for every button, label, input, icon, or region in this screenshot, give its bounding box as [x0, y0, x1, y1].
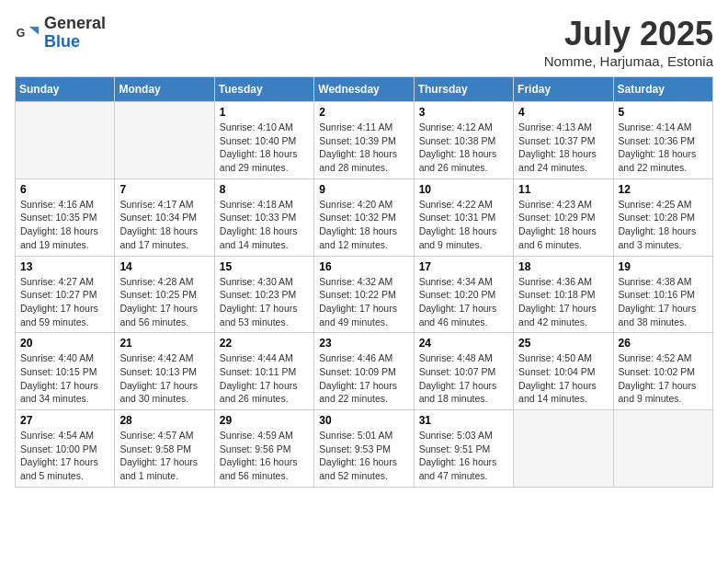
calendar-cell: 12Sunrise: 4:25 AM Sunset: 10:28 PM Dayl… [613, 178, 712, 256]
calendar-cell: 27Sunrise: 4:54 AM Sunset: 10:00 PM Dayl… [16, 410, 115, 488]
calendar-cell: 16Sunrise: 4:32 AM Sunset: 10:22 PM Dayl… [314, 256, 414, 333]
calendar-cell: 22Sunrise: 4:44 AM Sunset: 10:11 PM Dayl… [214, 333, 313, 410]
day-info: Sunrise: 4:16 AM Sunset: 10:35 PM Daylig… [20, 198, 109, 252]
calendar-cell: 15Sunrise: 4:30 AM Sunset: 10:23 PM Dayl… [214, 256, 313, 333]
calendar-cell: 8Sunrise: 4:18 AM Sunset: 10:33 PM Dayli… [214, 178, 313, 256]
day-info: Sunrise: 4:48 AM Sunset: 10:07 PM Daylig… [419, 351, 508, 406]
calendar-cell: 28Sunrise: 4:57 AM Sunset: 9:58 PM Dayli… [115, 410, 214, 488]
day-number: 16 [319, 260, 408, 273]
day-info: Sunrise: 4:42 AM Sunset: 10:13 PM Daylig… [119, 351, 209, 406]
day-info: Sunrise: 4:22 AM Sunset: 10:31 PM Daylig… [419, 198, 508, 252]
day-number: 4 [518, 106, 608, 119]
day-info: Sunrise: 4:28 AM Sunset: 10:25 PM Daylig… [119, 275, 209, 329]
day-number: 11 [518, 183, 608, 196]
day-info: Sunrise: 4:59 AM Sunset: 9:56 PM Dayligh… [220, 429, 309, 483]
day-info: Sunrise: 4:36 AM Sunset: 10:18 PM Daylig… [518, 275, 608, 329]
day-number: 6 [20, 183, 109, 196]
day-number: 27 [20, 414, 109, 427]
day-info: Sunrise: 4:14 AM Sunset: 10:36 PM Daylig… [619, 121, 708, 175]
calendar-cell: 7Sunrise: 4:17 AM Sunset: 10:34 PM Dayli… [115, 178, 214, 256]
header-day-wednesday: Wednesday [314, 77, 414, 102]
day-number: 23 [319, 337, 408, 350]
day-info: Sunrise: 4:40 AM Sunset: 10:15 PM Daylig… [20, 351, 109, 406]
calendar-cell: 14Sunrise: 4:28 AM Sunset: 10:25 PM Dayl… [115, 256, 214, 333]
day-number: 5 [619, 106, 708, 119]
calendar-cell: 5Sunrise: 4:14 AM Sunset: 10:36 PM Dayli… [613, 102, 712, 179]
calendar-cell: 20Sunrise: 4:40 AM Sunset: 10:15 PM Dayl… [16, 333, 115, 410]
day-info: Sunrise: 4:13 AM Sunset: 10:37 PM Daylig… [518, 121, 608, 175]
day-info: Sunrise: 4:17 AM Sunset: 10:34 PM Daylig… [119, 198, 209, 252]
page-header: G General Blue July 2025 Nomme, Harjumaa… [15, 15, 713, 69]
header-day-tuesday: Tuesday [214, 77, 313, 102]
header-day-saturday: Saturday [613, 77, 712, 102]
day-info: Sunrise: 4:12 AM Sunset: 10:38 PM Daylig… [419, 121, 508, 175]
day-number: 28 [119, 414, 209, 427]
day-number: 31 [419, 414, 508, 427]
logo-general-text: General [44, 15, 106, 33]
calendar-table: SundayMondayTuesdayWednesdayThursdayFrid… [15, 76, 713, 488]
day-number: 22 [220, 337, 309, 350]
day-info: Sunrise: 5:03 AM Sunset: 9:51 PM Dayligh… [419, 429, 508, 483]
day-number: 15 [220, 260, 309, 273]
logo: G General Blue [15, 15, 106, 52]
calendar-cell: 31Sunrise: 5:03 AM Sunset: 9:51 PM Dayli… [414, 410, 513, 488]
day-number: 9 [319, 183, 408, 196]
header-day-thursday: Thursday [414, 77, 513, 102]
day-number: 8 [220, 183, 309, 196]
day-info: Sunrise: 4:25 AM Sunset: 10:28 PM Daylig… [619, 198, 708, 252]
svg-marker-2 [29, 27, 40, 35]
day-info: Sunrise: 4:54 AM Sunset: 10:00 PM Daylig… [20, 429, 109, 483]
calendar-cell [115, 102, 214, 179]
logo-blue-text: Blue [44, 33, 106, 52]
day-number: 7 [119, 183, 209, 196]
day-number: 18 [518, 260, 608, 273]
calendar-cell: 2Sunrise: 4:11 AM Sunset: 10:39 PM Dayli… [314, 102, 414, 179]
day-info: Sunrise: 4:32 AM Sunset: 10:22 PM Daylig… [319, 275, 408, 329]
calendar-cell: 9Sunrise: 4:20 AM Sunset: 10:32 PM Dayli… [314, 178, 414, 256]
calendar-cell: 18Sunrise: 4:36 AM Sunset: 10:18 PM Dayl… [514, 256, 613, 333]
svg-text:G: G [17, 26, 26, 39]
day-number: 26 [619, 337, 708, 350]
day-number: 14 [119, 260, 209, 273]
calendar-cell: 3Sunrise: 4:12 AM Sunset: 10:38 PM Dayli… [414, 102, 513, 179]
day-number: 13 [20, 260, 109, 273]
day-number: 3 [419, 106, 508, 119]
calendar-cell: 26Sunrise: 4:52 AM Sunset: 10:02 PM Dayl… [613, 333, 712, 410]
day-info: Sunrise: 5:01 AM Sunset: 9:53 PM Dayligh… [319, 429, 408, 483]
calendar-cell: 10Sunrise: 4:22 AM Sunset: 10:31 PM Dayl… [414, 178, 513, 256]
location-subtitle: Nomme, Harjumaa, Estonia [544, 53, 713, 69]
day-info: Sunrise: 4:52 AM Sunset: 10:02 PM Daylig… [619, 351, 708, 406]
calendar-cell: 13Sunrise: 4:27 AM Sunset: 10:27 PM Dayl… [16, 256, 115, 333]
calendar-cell: 6Sunrise: 4:16 AM Sunset: 10:35 PM Dayli… [16, 178, 115, 256]
calendar-cell: 11Sunrise: 4:23 AM Sunset: 10:29 PM Dayl… [514, 178, 613, 256]
day-number: 21 [119, 337, 209, 350]
day-info: Sunrise: 4:27 AM Sunset: 10:27 PM Daylig… [20, 275, 109, 329]
calendar-cell: 1Sunrise: 4:10 AM Sunset: 10:40 PM Dayli… [214, 102, 313, 179]
day-number: 17 [419, 260, 508, 273]
day-info: Sunrise: 4:38 AM Sunset: 10:16 PM Daylig… [619, 275, 708, 329]
calendar-cell: 29Sunrise: 4:59 AM Sunset: 9:56 PM Dayli… [214, 410, 313, 488]
day-number: 24 [419, 337, 508, 350]
calendar-cell [514, 410, 613, 488]
header-day-monday: Monday [115, 77, 214, 102]
day-info: Sunrise: 4:50 AM Sunset: 10:04 PM Daylig… [518, 351, 608, 406]
day-number: 10 [419, 183, 508, 196]
calendar-cell: 23Sunrise: 4:46 AM Sunset: 10:09 PM Dayl… [314, 333, 414, 410]
calendar-week-row: 1Sunrise: 4:10 AM Sunset: 10:40 PM Dayli… [16, 102, 713, 179]
day-info: Sunrise: 4:20 AM Sunset: 10:32 PM Daylig… [319, 198, 408, 252]
day-info: Sunrise: 4:11 AM Sunset: 10:39 PM Daylig… [319, 121, 408, 175]
day-info: Sunrise: 4:34 AM Sunset: 10:20 PM Daylig… [419, 275, 508, 329]
day-number: 30 [319, 414, 408, 427]
header-day-sunday: Sunday [16, 77, 115, 102]
day-info: Sunrise: 4:18 AM Sunset: 10:33 PM Daylig… [220, 198, 309, 252]
day-info: Sunrise: 4:46 AM Sunset: 10:09 PM Daylig… [319, 351, 408, 406]
day-info: Sunrise: 4:10 AM Sunset: 10:40 PM Daylig… [220, 121, 309, 175]
day-number: 2 [319, 106, 408, 119]
calendar-cell [613, 410, 712, 488]
day-number: 12 [619, 183, 708, 196]
calendar-header-row: SundayMondayTuesdayWednesdayThursdayFrid… [16, 77, 713, 102]
day-number: 1 [220, 106, 309, 119]
header-day-friday: Friday [514, 77, 613, 102]
day-info: Sunrise: 4:30 AM Sunset: 10:23 PM Daylig… [220, 275, 309, 329]
day-info: Sunrise: 4:57 AM Sunset: 9:58 PM Dayligh… [119, 429, 209, 483]
